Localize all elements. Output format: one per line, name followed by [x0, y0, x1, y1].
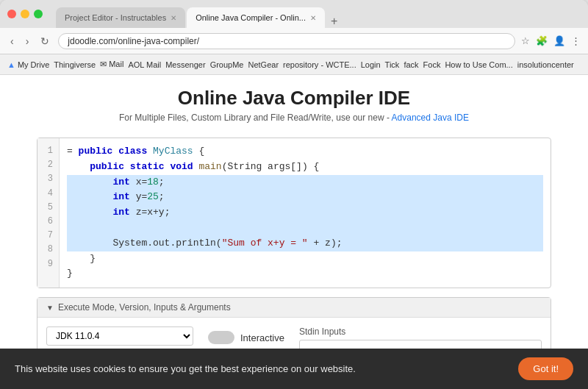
bookmark-netgear[interactable]: NetGear [248, 60, 279, 69]
page-header: Online Java Compiler IDE For Multiple Fi… [0, 75, 588, 130]
code-area[interactable]: = public class MyClass { public static v… [60, 138, 551, 288]
interactive-toggle-group: Interactive [208, 331, 284, 344]
browser-frame: Project Editor - Instructables ✕ Online … [0, 0, 588, 389]
tab-close-icon[interactable]: ✕ [310, 14, 316, 22]
cookie-text: This website uses cookies to ensure you … [15, 363, 356, 374]
refresh-button[interactable]: ↻ [37, 34, 52, 49]
code-editor-container: 1 2 3 4 5 6 7 8 9 = public class MyClass… [37, 138, 551, 288]
stdin-label: Stdin Inputs [299, 326, 542, 337]
back-button[interactable]: ‹ [7, 34, 17, 49]
tab-bar: Project Editor - Instructables ✕ Online … [56, 0, 342, 28]
code-line-1: = public class MyClass { [67, 144, 543, 160]
minimize-button[interactable] [21, 10, 29, 18]
code-line-5: int z=x+y; [67, 205, 543, 221]
forward-button[interactable]: › [23, 34, 32, 49]
bookmark-fack[interactable]: fack [404, 60, 418, 69]
bookmark-how-to-use[interactable]: How to Use Com... [445, 60, 512, 69]
traffic-lights [7, 10, 43, 18]
controls-header[interactable]: ▼ Execute Mode, Version, Inputs & Argume… [37, 298, 551, 318]
bookmark-login[interactable]: Login [361, 60, 381, 69]
bookmarks-bar: ▲ My Drive Thingiverse ✉ Mail AOL Mail M… [0, 54, 588, 75]
code-line-7: System.out.println("Sum of x+y = " + z); [67, 236, 543, 251]
bookmark-thingiverse[interactable]: Thingiverse [54, 60, 96, 69]
chevron-down-icon: ▼ [46, 304, 54, 312]
maximize-button[interactable] [34, 10, 43, 18]
cookie-banner: This website uses cookies to ensure you … [0, 349, 588, 389]
jdk-select[interactable]: JDK 11.0.4 [46, 326, 193, 346]
code-line-9: } [67, 266, 543, 282]
page-title: Online Java Compiler IDE [0, 87, 588, 110]
bookmark-my-drive[interactable]: ▲ My Drive [7, 60, 49, 69]
nav-icons: ☆ 🧩 👤 ⋮ [521, 35, 581, 46]
address-bar: ‹ › ↻ jdoodle.com/online-java-compiler/ … [0, 28, 588, 54]
code-line-6 [67, 221, 543, 236]
code-line-3: int x=18; [67, 175, 543, 190]
bookmark-insolutioncenter[interactable]: insolutioncenter [517, 60, 574, 69]
cookie-accept-button[interactable]: Got it! [518, 357, 573, 380]
interactive-label: Interactive [240, 332, 284, 343]
url-text: jdoodle.com/online-java-compiler/ [68, 36, 199, 46]
code-editor[interactable]: 1 2 3 4 5 6 7 8 9 = public class MyClass… [37, 138, 551, 288]
url-input[interactable]: jdoodle.com/online-java-compiler/ [58, 33, 515, 49]
controls-header-label: Execute Mode, Version, Inputs & Argument… [58, 302, 231, 313]
menu-icon[interactable]: ⋮ [571, 35, 581, 46]
profile-icon[interactable]: 👤 [553, 35, 565, 46]
page-content: Online Java Compiler IDE For Multiple Fi… [0, 75, 588, 389]
page-subtitle: For Multiple Files, Custom Library and F… [0, 113, 588, 123]
tab-java-compiler[interactable]: Online Java Compiler - Onlin... ✕ [187, 7, 325, 28]
bookmark-fock[interactable]: Fock [423, 60, 441, 69]
bookmark-tick[interactable]: Tick [385, 60, 400, 69]
new-tab-button[interactable]: + [326, 15, 342, 28]
interactive-toggle[interactable] [208, 331, 234, 344]
bookmark-mail[interactable]: ✉ Mail [100, 60, 123, 69]
bookmark-messenger[interactable]: Messenger [165, 60, 205, 69]
bookmark-aol-mail[interactable]: AOL Mail [128, 60, 161, 69]
line-numbers: 1 2 3 4 5 6 7 8 9 [37, 138, 60, 288]
title-bar: Project Editor - Instructables ✕ Online … [0, 0, 588, 28]
close-button[interactable] [7, 10, 16, 18]
tab-label: Project Editor - Instructables [65, 13, 166, 22]
tab-label: Online Java Compiler - Onlin... [196, 13, 306, 22]
extensions-icon[interactable]: 🧩 [536, 35, 548, 46]
code-line-8: } [67, 251, 543, 267]
advanced-ide-link[interactable]: Advanced Java IDE [392, 113, 469, 123]
bookmark-repository[interactable]: repository - WCTE... [283, 60, 356, 69]
bookmark-star-icon[interactable]: ☆ [521, 35, 530, 46]
bookmark-groupme[interactable]: GroupMe [210, 60, 244, 69]
tab-project-editor[interactable]: Project Editor - Instructables ✕ [56, 7, 185, 28]
code-line-2: public static void main(String args[]) { [67, 160, 543, 175]
tab-close-icon[interactable]: ✕ [171, 14, 176, 22]
code-line-4: int y=25; [67, 190, 543, 205]
